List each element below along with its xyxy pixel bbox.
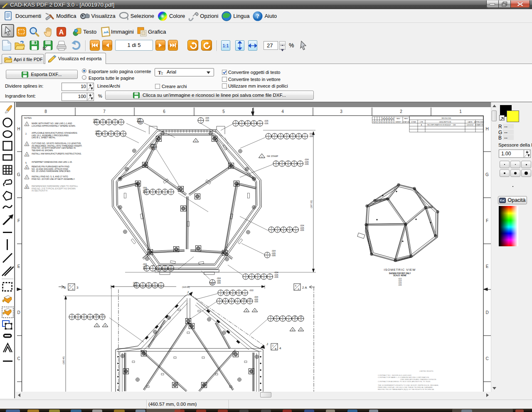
svg-text:6: 6 bbox=[295, 284, 296, 287]
svg-text:A: A bbox=[421, 124, 422, 126]
svg-text:3: 3 bbox=[241, 124, 242, 126]
svg-text:T: T bbox=[161, 71, 163, 76]
svg-text:5: 5 bbox=[232, 290, 234, 292]
svg-text:6: 6 bbox=[282, 316, 283, 318]
svg-text:LTR: LTR bbox=[420, 121, 423, 123]
svg-text:J: J bbox=[187, 290, 189, 294]
svg-text:3: 3 bbox=[219, 299, 220, 301]
svg-text:2: 2 bbox=[71, 317, 73, 319]
svg-text:A: A bbox=[392, 118, 394, 120]
svg-text:19: 19 bbox=[101, 314, 103, 316]
svg-text:3: 3 bbox=[244, 293, 246, 295]
svg-text:6: 6 bbox=[108, 123, 110, 125]
svg-text:3: 3 bbox=[281, 164, 283, 166]
svg-text:3: 3 bbox=[292, 137, 293, 139]
svg-text:3: 3 bbox=[71, 314, 73, 316]
svg-text:4: 4 bbox=[254, 310, 256, 312]
svg-text:3: 3 bbox=[170, 189, 172, 191]
svg-text:3: 3 bbox=[238, 293, 239, 295]
svg-text:3: 3 bbox=[121, 120, 122, 122]
svg-text:-006: -006 bbox=[95, 132, 99, 135]
svg-text:1: 1 bbox=[459, 109, 462, 114]
svg-text:3: 3 bbox=[246, 310, 247, 312]
svg-text:1: 1 bbox=[235, 124, 236, 126]
svg-text:B.BARON: B.BARON bbox=[475, 124, 483, 126]
svg-text:6: 6 bbox=[288, 319, 289, 321]
svg-text:C: C bbox=[485, 356, 488, 361]
svg-text:LMS B-1, SHEET METAL: LMS B-1, SHEET METAL bbox=[32, 136, 56, 139]
svg-text:5: 5 bbox=[158, 266, 160, 268]
svg-text:SHEET: SHEET bbox=[396, 121, 401, 123]
svg-text:6: 6 bbox=[282, 319, 283, 321]
svg-text:3: 3 bbox=[271, 227, 272, 229]
svg-text:F: F bbox=[17, 218, 20, 223]
svg-text:6: 6 bbox=[84, 314, 85, 316]
svg-text:6: 6 bbox=[77, 317, 79, 319]
svg-text:3: 3 bbox=[269, 277, 271, 279]
svg-text:4: 4 bbox=[281, 161, 283, 163]
svg-text:6: 6 bbox=[154, 283, 155, 285]
svg-text:6: 6 bbox=[288, 164, 289, 166]
svg-text:3: 3 bbox=[292, 329, 293, 331]
svg-text:4: 4 bbox=[280, 134, 281, 136]
svg-text:G: G bbox=[17, 172, 20, 177]
svg-text:-006: -006 bbox=[150, 146, 154, 148]
svg-text:7: 7 bbox=[160, 283, 162, 285]
svg-text:3: 3 bbox=[164, 269, 165, 271]
svg-text:STATUS: STATUS bbox=[403, 121, 409, 123]
svg-text:4: 4 bbox=[300, 329, 302, 331]
svg-text:1: 1 bbox=[220, 293, 222, 295]
svg-text:NOTES:: NOTES: bbox=[24, 117, 32, 119]
svg-text:?: ? bbox=[256, 13, 260, 20]
svg-text:7: 7 bbox=[378, 121, 379, 123]
svg-text:1: 1 bbox=[268, 134, 269, 136]
svg-text:3: 3 bbox=[76, 286, 79, 289]
svg-text:ISOMETRIC VIEW: ISOMETRIC VIEW bbox=[384, 268, 416, 272]
svg-text:LIMITED RIGHTS: LIMITED RIGHTS bbox=[419, 370, 433, 372]
svg-text:6: 6 bbox=[104, 131, 106, 133]
svg-text:-006: -006 bbox=[398, 284, 402, 286]
svg-text:6: 6 bbox=[238, 290, 239, 292]
svg-text:5.: 5. bbox=[25, 162, 27, 164]
svg-text:5: 5 bbox=[225, 299, 226, 301]
svg-text:3: 3 bbox=[160, 286, 162, 288]
svg-text:NO. 15 USING HARDWARE SPECIFIE: NO. 15 USING HARDWARE SPECIFIED. bbox=[32, 170, 71, 172]
svg-text:INK STAMP: INK STAMP bbox=[267, 155, 278, 157]
svg-text:6: 6 bbox=[158, 192, 160, 194]
svg-text:RESTRICTED BY PARAGRAPH (B)(3): RESTRICTED BY PARAGRAPH (B)(3) OF THE RI… bbox=[378, 388, 435, 390]
svg-text:-006: -006 bbox=[264, 122, 268, 125]
svg-text:3: 3 bbox=[340, 109, 342, 114]
svg-text:6: 6 bbox=[163, 109, 165, 114]
svg-text:-006: -006 bbox=[217, 282, 221, 284]
svg-text:7: 7 bbox=[288, 316, 289, 318]
svg-text:1: 1 bbox=[121, 123, 122, 125]
svg-text:6: 6 bbox=[102, 120, 103, 122]
svg-text:3: 3 bbox=[102, 123, 103, 125]
svg-text:3: 3 bbox=[96, 317, 97, 319]
svg-text:1: 1 bbox=[274, 137, 275, 139]
svg-text:3: 3 bbox=[263, 277, 264, 279]
svg-text:7: 7 bbox=[295, 227, 296, 229]
svg-text:6: 6 bbox=[26, 167, 27, 169]
svg-text:4: 4 bbox=[142, 283, 143, 285]
svg-text:A: A bbox=[387, 118, 389, 120]
svg-text:1:1: 1:1 bbox=[223, 44, 229, 48]
svg-text:5: 5 bbox=[283, 227, 284, 229]
svg-text:6: 6 bbox=[253, 121, 254, 123]
svg-text:3: 3 bbox=[26, 143, 27, 146]
svg-text:6: 6 bbox=[237, 302, 238, 304]
svg-text:7: 7 bbox=[26, 177, 27, 179]
svg-text:6: 6 bbox=[257, 277, 259, 279]
svg-text:6: 6 bbox=[111, 134, 112, 136]
svg-text:3: 3 bbox=[293, 164, 295, 166]
svg-text:INCORPORATE ECN W04007 DM: INCORPORATE ECN W04007 DM bbox=[427, 124, 456, 126]
svg-text:REV: REV bbox=[397, 118, 400, 120]
svg-text:INSTALL IAW MANUFACTURER'S INS: INSTALL IAW MANUFACTURER'S INSTRUCTIONS. bbox=[32, 152, 81, 155]
svg-text:3: 3 bbox=[170, 266, 172, 268]
svg-text:-006: -006 bbox=[143, 267, 147, 270]
svg-text:E: E bbox=[486, 264, 489, 269]
svg-text:A: A bbox=[382, 118, 384, 120]
svg-text:7: 7 bbox=[304, 134, 305, 136]
svg-text:3: 3 bbox=[274, 134, 275, 136]
svg-text:DATE: DATE bbox=[468, 121, 473, 123]
